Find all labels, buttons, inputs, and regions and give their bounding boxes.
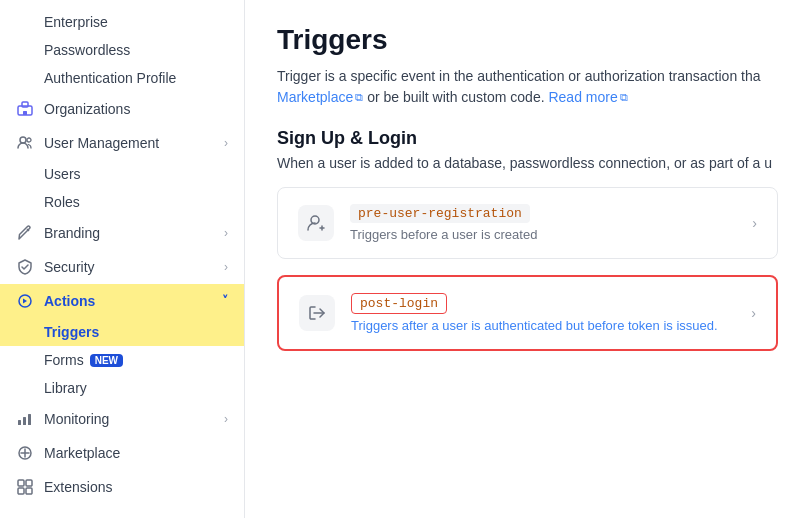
read-more-link[interactable]: Read more ⧉ — [548, 87, 627, 108]
actions-label: Actions — [44, 293, 95, 309]
external-link-icon-2: ⧉ — [620, 89, 628, 106]
sidebar-item-users[interactable]: Users — [0, 160, 244, 188]
desc-text-1: Trigger is a specific event in the authe… — [277, 68, 761, 84]
security-icon — [16, 258, 34, 276]
roles-label: Roles — [44, 194, 80, 210]
sidebar-item-library[interactable]: Library — [0, 374, 244, 402]
sidebar-item-auth-profile[interactable]: Authentication Profile — [0, 64, 244, 92]
login-icon — [307, 303, 327, 323]
passwordless-label: Passwordless — [44, 42, 130, 58]
svg-rect-7 — [28, 414, 31, 425]
svg-rect-2 — [23, 111, 27, 115]
branding-chevron: › — [224, 226, 228, 240]
sidebar-item-branding[interactable]: Branding › — [0, 216, 244, 250]
trigger-info-2: post-login Triggers after a user is auth… — [351, 293, 718, 333]
sidebar-item-organizations[interactable]: Organizations — [0, 92, 244, 126]
monitoring-icon — [16, 410, 34, 428]
svg-rect-12 — [26, 480, 32, 486]
security-label: Security — [44, 259, 95, 275]
trigger-desc-1: Triggers before a user is created — [350, 227, 537, 242]
sidebar-item-passwordless[interactable]: Passwordless — [0, 36, 244, 64]
marketplace-label: Marketplace — [44, 445, 120, 461]
branding-label: Branding — [44, 225, 100, 241]
user-management-chevron: › — [224, 136, 228, 150]
security-chevron: › — [224, 260, 228, 274]
user-management-icon — [16, 134, 34, 152]
sidebar-item-user-management[interactable]: User Management › — [0, 126, 244, 160]
trigger-card-post-login[interactable]: post-login Triggers after a user is auth… — [277, 275, 778, 351]
svg-point-3 — [20, 137, 26, 143]
desc-text-2: or be built with custom code. — [367, 89, 548, 105]
extensions-label: Extensions — [44, 479, 112, 495]
organizations-icon — [16, 100, 34, 118]
trigger-chevron-2: › — [751, 305, 756, 321]
actions-chevron: ˅ — [222, 294, 228, 308]
extensions-icon — [16, 478, 34, 496]
monitoring-chevron: › — [224, 412, 228, 426]
add-user-icon — [306, 213, 326, 233]
trigger-chevron-1: › — [752, 215, 757, 231]
trigger-icon-wrap-2 — [299, 295, 335, 331]
forms-new-badge: NEW — [90, 354, 123, 367]
page-title: Triggers — [277, 24, 778, 56]
main-content: Triggers Trigger is a specific event in … — [245, 0, 810, 518]
svg-rect-5 — [18, 420, 21, 425]
trigger-card-pre-user-registration[interactable]: pre-user-registration Triggers before a … — [277, 187, 778, 259]
auth-profile-label: Authentication Profile — [44, 70, 176, 86]
sidebar-item-monitoring[interactable]: Monitoring › — [0, 402, 244, 436]
marketplace-link[interactable]: Marketplace ⧉ — [277, 87, 363, 108]
sidebar-item-marketplace[interactable]: Marketplace — [0, 436, 244, 470]
branding-icon — [16, 224, 34, 242]
trigger-code-1: pre-user-registration — [350, 204, 530, 223]
sidebar-item-security[interactable]: Security › — [0, 250, 244, 284]
sidebar-item-enterprise[interactable]: Enterprise — [0, 8, 244, 36]
trigger-code-2: post-login — [351, 293, 447, 314]
trigger-icon-wrap-1 — [298, 205, 334, 241]
svg-rect-11 — [18, 480, 24, 486]
monitoring-label: Monitoring — [44, 411, 109, 427]
svg-point-4 — [27, 138, 31, 142]
sidebar-item-forms[interactable]: Forms NEW — [0, 346, 244, 374]
sidebar-item-roles[interactable]: Roles — [0, 188, 244, 216]
svg-rect-6 — [23, 417, 26, 425]
triggers-label: Triggers — [44, 324, 99, 340]
section-description: When a user is added to a database, pass… — [277, 155, 778, 171]
svg-rect-1 — [22, 102, 28, 107]
actions-icon — [16, 292, 34, 310]
external-link-icon: ⧉ — [355, 89, 363, 106]
forms-label: Forms — [44, 352, 84, 368]
organizations-label: Organizations — [44, 101, 130, 117]
svg-rect-14 — [26, 488, 32, 494]
sidebar-item-extensions[interactable]: Extensions — [0, 470, 244, 504]
trigger-desc-2: Triggers after a user is authenticated b… — [351, 318, 718, 333]
user-management-label: User Management — [44, 135, 159, 151]
sidebar-item-triggers[interactable]: Triggers — [0, 318, 244, 346]
sidebar-item-actions[interactable]: Actions ˅ — [0, 284, 244, 318]
page-description: Trigger is a specific event in the authe… — [277, 66, 778, 108]
enterprise-label: Enterprise — [44, 14, 108, 30]
users-label: Users — [44, 166, 81, 182]
trigger-info-1: pre-user-registration Triggers before a … — [350, 204, 537, 242]
svg-rect-13 — [18, 488, 24, 494]
section-title: Sign Up & Login — [277, 128, 778, 149]
marketplace-icon — [16, 444, 34, 462]
sidebar: Enterprise Passwordless Authentication P… — [0, 0, 245, 518]
library-label: Library — [44, 380, 87, 396]
